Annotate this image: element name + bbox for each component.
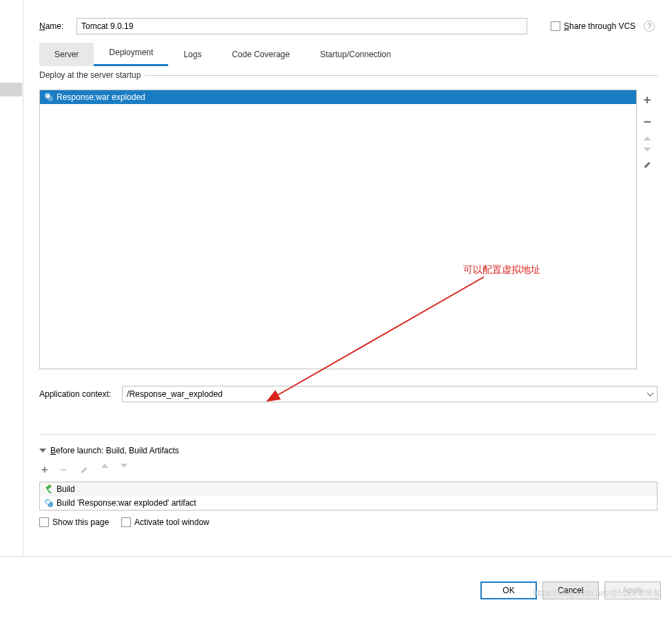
cancel-button[interactable]: Cancel [542,581,599,599]
before-launch-list[interactable]: Build Build 'Response:war exploded' arti… [39,482,658,511]
tab-code-coverage[interactable]: Code Coverage [216,43,305,66]
show-this-page-label: Show this page [52,517,109,527]
bl-remove-button: − [60,464,66,476]
checkbox-icon [39,517,49,527]
list-item[interactable]: Build 'Response:war exploded' artifact [40,496,657,510]
list-item-label: Build 'Response:war exploded' artifact [57,496,196,510]
move-up-icon [644,136,651,141]
tab-server[interactable]: Server [39,43,94,66]
tab-logs[interactable]: Logs [168,43,216,66]
before-launch-toolbar: + − [41,464,658,476]
left-sidebar-selection [0,83,22,96]
name-label: Name: [39,21,68,31]
app-context-value: /Response_war_exploded [127,389,223,399]
svg-rect-4 [47,489,51,493]
share-through-vcs-label: Share through VCS [564,21,635,31]
left-sidebar-stub [0,0,23,556]
name-input[interactable] [77,18,527,34]
ok-button[interactable]: OK [480,581,537,599]
activate-tool-window-checkbox[interactable]: Activate tool window [121,517,210,527]
tab-deployment[interactable]: Deployment [94,41,168,66]
deploy-item[interactable]: Response:war exploded [40,90,636,104]
remove-button[interactable]: − [643,114,651,130]
list-item-label: Build [57,482,75,496]
before-launch-section: Before launch: Build, Build Artifacts + … [39,434,658,527]
annotation-text: 可以配置虚拟地址 [463,264,540,276]
help-icon[interactable]: ? [644,21,655,32]
deploy-legend: Deploy at the server startup [39,70,145,80]
edit-icon[interactable] [642,158,652,168]
activate-tool-window-label: Activate tool window [134,517,210,527]
artifact-icon [44,498,54,508]
show-this-page-checkbox[interactable]: Show this page [39,517,109,527]
before-launch-title: Before launch: Build, Build Artifacts [50,446,179,455]
svg-marker-3 [45,484,52,490]
checkbox-icon [551,21,560,31]
add-button[interactable]: + [643,92,651,107]
move-down-icon [644,147,651,152]
deploy-item-label: Response:war exploded [57,90,145,104]
checkbox-icon [121,517,131,527]
bl-add-button[interactable]: + [41,464,48,476]
app-context-select[interactable]: /Response_war_exploded [122,386,658,402]
deploy-fieldset: Deploy at the server startup Response:wa… [39,70,658,369]
bl-edit-icon [79,464,89,473]
chevron-down-icon [647,390,654,397]
bl-up-icon [101,464,108,468]
deploy-side-toolbar: + − [637,90,658,369]
hammer-icon [44,484,54,494]
bl-down-icon [121,464,128,468]
list-item[interactable]: Build [40,482,657,496]
tab-startup-connection[interactable]: Startup/Connection [305,43,406,66]
tab-bar: Server Deployment Logs Code Coverage Sta… [39,39,658,66]
artifact-icon [44,92,54,102]
collapse-icon[interactable] [39,449,46,453]
dialog-button-bar: OK Cancel Apply https://blog.csdn.net/@5… [0,556,672,617]
apply-button: Apply [604,581,661,599]
app-context-label: Application context: [39,389,111,399]
share-through-vcs-checkbox[interactable]: Share through VCS [551,21,635,31]
deploy-list[interactable]: Response:war exploded [39,90,637,369]
